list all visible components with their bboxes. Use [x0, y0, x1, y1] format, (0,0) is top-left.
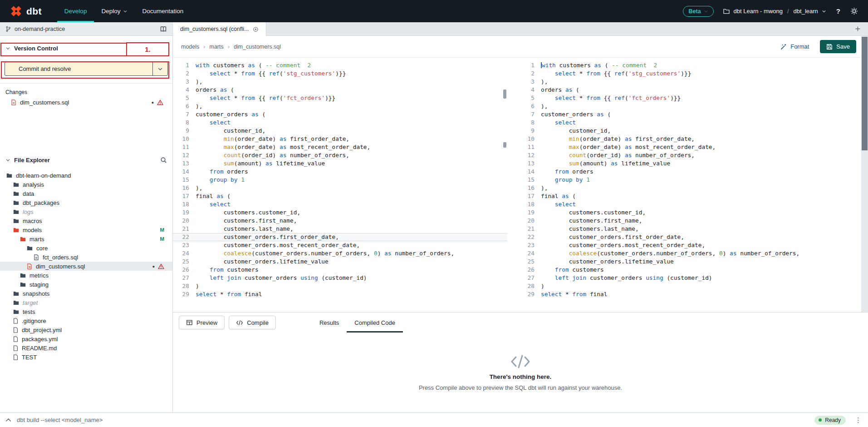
tree-item-fct-orders-sql[interactable]: fct_orders.sql — [0, 253, 172, 262]
code-line-22[interactable]: 22 customer_orders.first_order_date, — [518, 233, 868, 241]
code-line-23[interactable]: 23 customer_orders.most_recent_order_dat… — [173, 241, 507, 249]
tree-item-macros[interactable]: macros — [0, 216, 172, 225]
code-line-6[interactable]: 6), — [518, 102, 868, 110]
code-line-8[interactable]: 8 select — [173, 119, 507, 127]
nav-item-documentation[interactable]: Documentation — [135, 0, 191, 22]
code-line-24[interactable]: 24 coalesce(customer_orders.number_of_or… — [173, 249, 507, 258]
code-line-12[interactable]: 12 count(order_id) as number_of_orders, — [173, 151, 507, 159]
code-line-17[interactable]: 17final as ( — [173, 192, 507, 200]
nav-item-deploy[interactable]: Deploy — [94, 0, 135, 22]
tree-item-readme-md[interactable]: README.md — [0, 343, 172, 353]
code-line-27[interactable]: 27 left join customer_orders using (cust… — [518, 274, 868, 282]
code-line-9[interactable]: 9 customer_id, — [518, 127, 868, 135]
tree-item-marts[interactable]: martsM — [0, 234, 172, 243]
tree-item-tests[interactable]: tests — [0, 307, 172, 316]
help-button[interactable]: ? — [835, 7, 841, 15]
new-tab-button[interactable] — [848, 22, 868, 35]
code-line-5[interactable]: 5 select * from {{ ref('fct_orders')}} — [173, 94, 507, 102]
code-line-5[interactable]: 5 select * from {{ ref('fct_orders')}} — [518, 94, 868, 102]
account-project-switcher[interactable]: dbt Learn - mwong / dbt_learn — [723, 8, 826, 15]
tree-item-snapshots[interactable]: snapshots — [0, 289, 172, 298]
chevron-up-icon[interactable] — [5, 418, 11, 422]
tree-item-metrics[interactable]: metrics — [0, 271, 172, 280]
code-line-21[interactable]: 21 customers.last_name, — [173, 225, 507, 233]
code-line-10[interactable]: 10 min(order_date) as first_order_date, — [173, 135, 507, 143]
code-line-3[interactable]: 3), — [518, 78, 868, 86]
code-line-16[interactable]: 16), — [518, 184, 868, 192]
code-line-16[interactable]: 16), — [173, 184, 507, 192]
preview-button[interactable]: Preview — [179, 316, 225, 329]
search-icon[interactable] — [160, 157, 167, 164]
tree-item-target[interactable]: target — [0, 298, 172, 307]
tree-item-analysis[interactable]: analysis — [0, 180, 172, 189]
code-line-22[interactable]: 22 customer_orders.first_order_date, — [173, 233, 507, 241]
save-button[interactable]: Save — [820, 40, 856, 53]
code-line-11[interactable]: 11 max(order_date) as most_recent_order_… — [518, 143, 868, 151]
code-line-13[interactable]: 13 sum(amount) as lifetime_value — [173, 159, 507, 168]
code-line-28[interactable]: 28) — [173, 282, 507, 290]
file-explorer-header[interactable]: File Explorer — [0, 150, 172, 168]
commit-and-resolve-button[interactable]: Commit and resolve — [5, 62, 168, 76]
tree-item-dim-customers-sql[interactable]: dim_customers.sql• — [0, 262, 172, 271]
tab-results[interactable]: Results — [312, 313, 347, 333]
code-line-2[interactable]: 2 select * from {{ ref('stg_customers')}… — [173, 70, 507, 78]
compile-button[interactable]: Compile — [229, 316, 276, 329]
code-line-14[interactable]: 14 from orders — [518, 168, 868, 176]
change-item-dim-customers-sql[interactable]: dim_customers.sql• — [0, 98, 172, 107]
code-line-7[interactable]: 7customer_orders as ( — [173, 110, 507, 119]
beta-toggle[interactable]: Beta — [683, 6, 713, 17]
tree-item--gitignore[interactable]: .gitignore — [0, 316, 172, 325]
tree-item-data[interactable]: data — [0, 189, 172, 198]
tab-dim-customers-sql[interactable]: dim_customers.sql (confli... — [173, 22, 266, 36]
code-line-3[interactable]: 3), — [173, 78, 507, 86]
tree-item-core[interactable]: core — [0, 243, 172, 253]
code-line-4[interactable]: 4orders as ( — [518, 86, 868, 94]
code-line-27[interactable]: 27 left join customer_orders using (cust… — [173, 274, 507, 282]
overflow-menu-icon[interactable]: ⋮ — [853, 416, 863, 424]
format-button[interactable]: Format — [780, 43, 809, 50]
code-line-28[interactable]: 28) — [518, 282, 868, 290]
tree-item-staging[interactable]: staging — [0, 280, 172, 289]
code-line-15[interactable]: 15 group by 1 — [518, 176, 868, 184]
editor-scrollbar[interactable] — [861, 36, 868, 312]
nav-item-develop[interactable]: Develop — [57, 0, 94, 22]
breadcrumb-item-marts[interactable]: marts — [209, 44, 223, 50]
tree-item-test[interactable]: TEST — [0, 353, 172, 362]
code-line-15[interactable]: 15 group by 1 — [173, 176, 507, 184]
breadcrumb-item-file[interactable]: dim_customers.sql — [234, 44, 281, 50]
commit-options-button[interactable] — [152, 62, 167, 75]
code-line-18[interactable]: 18 select — [518, 200, 868, 209]
code-line-10[interactable]: 10 min(order_date) as first_order_date, — [518, 135, 868, 143]
docs-book-icon[interactable] — [160, 26, 167, 32]
tree-item-dbt-project-yml[interactable]: dbt_project.yml — [0, 325, 172, 334]
code-line-9[interactable]: 9 customer_id, — [173, 127, 507, 135]
code-line-24[interactable]: 24 coalesce(customer_orders.number_of_or… — [518, 249, 868, 258]
code-line-20[interactable]: 20 customers.first_name, — [518, 217, 868, 225]
editor-pane-left[interactable]: 1with customers as ( -- comment 22 selec… — [173, 58, 507, 312]
command-input[interactable]: dbt build --select <model_name> — [17, 417, 103, 423]
code-line-7[interactable]: 7customer_orders as ( — [518, 110, 868, 119]
code-line-29[interactable]: 29select * from final — [173, 290, 507, 298]
code-line-1[interactable]: 1with customers as ( -- comment 2 — [518, 61, 868, 70]
code-line-25[interactable]: 25 customer_orders.lifetime_value — [518, 258, 868, 266]
code-line-6[interactable]: 6), — [173, 102, 507, 110]
code-line-23[interactable]: 23 customer_orders.most_recent_order_dat… — [518, 241, 868, 249]
tree-item-logs[interactable]: logs — [0, 207, 172, 216]
code-line-8[interactable]: 8 select — [518, 119, 868, 127]
code-line-19[interactable]: 19 customers.customer_id, — [173, 209, 507, 217]
settings-gear-icon[interactable] — [850, 7, 858, 15]
tree-item-dbt-packages[interactable]: dbt_packages — [0, 198, 172, 207]
dbt-logo[interactable]: dbt — [10, 5, 42, 17]
code-line-26[interactable]: 26 from customers — [173, 266, 507, 274]
code-line-19[interactable]: 19 customers.customer_id, — [518, 209, 868, 217]
code-line-20[interactable]: 20 customers.first_name, — [173, 217, 507, 225]
code-line-17[interactable]: 17final as ( — [518, 192, 868, 200]
code-line-4[interactable]: 4orders as ( — [173, 86, 507, 94]
code-line-12[interactable]: 12 count(order_id) as number_of_orders, — [518, 151, 868, 159]
tab-compiled-code[interactable]: Compiled Code — [347, 313, 403, 333]
code-line-2[interactable]: 2 select * from {{ ref('stg_customers')}… — [518, 70, 868, 78]
scrollbar-thumb[interactable] — [862, 37, 868, 150]
code-line-13[interactable]: 13 sum(amount) as lifetime_value — [518, 159, 868, 168]
code-line-21[interactable]: 21 customers.last_name, — [518, 225, 868, 233]
tree-item-models[interactable]: modelsM — [0, 225, 172, 234]
